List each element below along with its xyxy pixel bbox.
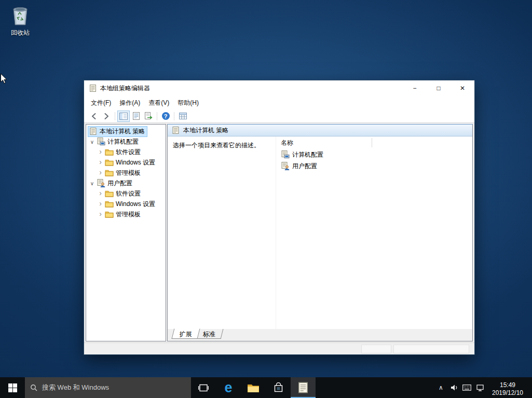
- maximize-button[interactable]: □: [427, 80, 451, 96]
- export-arrow-icon: [145, 112, 153, 120]
- results-pane-body: 选择一个项目来查看它的描述。 名称 计算机配置 用户配置: [168, 136, 472, 329]
- desktop: { "desktop": { "recycle_bin_label": "回收站…: [0, 0, 532, 398]
- collapse-chevron-icon[interactable]: [88, 138, 96, 145]
- folder-icon: [105, 148, 114, 156]
- tree-item-windows-settings[interactable]: Windows 设置: [86, 199, 166, 209]
- menu-file[interactable]: 文件(F): [87, 97, 115, 109]
- computer-config-icon: [281, 150, 290, 159]
- forward-arrow-icon: [102, 112, 111, 120]
- window-title: 本地组策略编辑器: [100, 84, 150, 93]
- taskbar-search-box[interactable]: 搜索 Web 和 Windows: [25, 377, 191, 398]
- menu-help[interactable]: 帮助(H): [173, 97, 203, 109]
- list-view-icon: [179, 113, 187, 119]
- tree-item-label: Windows 设置: [116, 200, 155, 209]
- tree-item-windows-settings[interactable]: Windows 设置: [86, 157, 166, 168]
- expand-chevron-icon[interactable]: [97, 159, 104, 166]
- gpedit-taskbar-button[interactable]: [291, 377, 316, 398]
- edge-browser-button[interactable]: [216, 377, 241, 398]
- tree-item-admin-templates[interactable]: 管理模板: [86, 209, 166, 219]
- clock-time: 15:49: [487, 381, 528, 389]
- help-icon: [162, 112, 170, 120]
- volume-icon[interactable]: [447, 377, 460, 398]
- status-bar-segment: [393, 345, 469, 353]
- results-header-title: 本地计算机 策略: [183, 126, 228, 135]
- close-button[interactable]: ✕: [451, 80, 474, 96]
- name-column-header[interactable]: 名称: [276, 136, 472, 149]
- folder-icon: [105, 200, 114, 208]
- view-options-button[interactable]: [176, 111, 189, 122]
- forward-button[interactable]: [100, 111, 113, 122]
- edge-icon: [224, 381, 232, 395]
- status-bar: [84, 342, 474, 354]
- touch-keyboard-icon[interactable]: [460, 377, 473, 398]
- task-view-button[interactable]: [191, 377, 216, 398]
- tree-item-label: 管理模板: [116, 210, 141, 219]
- status-bar-segment: [361, 345, 391, 353]
- properties-button[interactable]: [142, 111, 155, 122]
- window-controls: − □ ✕: [403, 80, 474, 96]
- tree-item-label: Windows 设置: [116, 158, 155, 167]
- tree-item-body: 用户配置: [96, 179, 134, 188]
- list-item-user-configuration[interactable]: 用户配置: [276, 160, 472, 172]
- gpedit-window: 本地组策略编辑器 − □ ✕ 文件(F) 操作(A) 查看(V) 帮助(H): [84, 80, 474, 354]
- tab-label: 标准: [203, 330, 215, 339]
- list-item-label: 用户配置: [292, 162, 317, 171]
- computer-config-icon: [97, 138, 105, 146]
- tree-item-body: 计算机配置: [96, 137, 141, 147]
- start-button[interactable]: [0, 377, 25, 398]
- tab-extended[interactable]: 扩展: [172, 328, 200, 339]
- user-config-icon: [281, 162, 290, 170]
- tree-item-body: 软件设置: [104, 147, 143, 157]
- tree-item-label: 用户配置: [107, 179, 132, 188]
- expand-chevron-icon[interactable]: [97, 200, 104, 208]
- export-list-button[interactable]: [130, 111, 142, 122]
- system-tray: 15:49 2019/12/10: [434, 377, 532, 398]
- tree-item-software-settings[interactable]: 软件设置: [86, 147, 166, 157]
- tree-item-body: Windows 设置: [104, 199, 157, 209]
- minimize-button[interactable]: −: [403, 80, 427, 96]
- folder-icon: [105, 158, 114, 167]
- taskbar: 搜索 Web 和 Windows: [0, 377, 532, 398]
- help-button[interactable]: [159, 111, 172, 122]
- tree-item-label: 管理模板: [116, 169, 141, 177]
- expand-chevron-icon[interactable]: [97, 190, 104, 197]
- file-explorer-button[interactable]: [241, 377, 266, 398]
- tree-item-body: 管理模板: [104, 168, 143, 178]
- expand-chevron-icon[interactable]: [97, 169, 104, 176]
- menu-view[interactable]: 查看(V): [144, 97, 173, 109]
- tree-item-label: 软件设置: [116, 148, 141, 157]
- document-list-icon: [133, 112, 140, 120]
- expand-chevron-icon[interactable]: [97, 148, 104, 156]
- console-tree-pane: 本地计算机 策略 计算机配置 软件设置: [86, 124, 166, 341]
- tree-item-local-computer-policy[interactable]: 本地计算机 策略: [86, 126, 166, 136]
- tree-item-software-settings[interactable]: 软件设置: [86, 188, 166, 199]
- policy-console-icon: [171, 126, 180, 134]
- clock-date: 2019/12/10: [487, 389, 528, 397]
- task-view-icon: [198, 383, 209, 392]
- recycle-bin-shortcut[interactable]: 回收站: [6, 4, 34, 37]
- results-pane: 本地计算机 策略 选择一个项目来查看它的描述。 名称 计算机配置 用户配置: [167, 124, 473, 341]
- list-item-computer-configuration[interactable]: 计算机配置: [276, 149, 472, 160]
- item-description-text: 选择一个项目来查看它的描述。: [168, 136, 276, 329]
- titlebar[interactable]: 本地组策略编辑器 − □ ✕: [84, 80, 474, 96]
- network-icon[interactable]: [473, 377, 486, 398]
- tree-item-user-configuration[interactable]: 用户配置: [86, 178, 166, 188]
- taskbar-clock[interactable]: 15:49 2019/12/10: [486, 379, 532, 397]
- show-hidden-icons-chevron[interactable]: [434, 377, 447, 398]
- folder-icon: [105, 189, 114, 198]
- mouse-cursor: [0, 73, 8, 86]
- results-pane-header: 本地计算机 策略: [168, 125, 472, 136]
- tree-item-body: 管理模板: [104, 210, 143, 219]
- gpedit-icon: [297, 381, 309, 394]
- back-button[interactable]: [88, 111, 100, 122]
- menu-action[interactable]: 操作(A): [115, 97, 144, 109]
- toolbar-separator: [174, 112, 174, 120]
- tree-item-computer-configuration[interactable]: 计算机配置: [86, 136, 166, 147]
- store-button[interactable]: [266, 377, 291, 398]
- column-resize-handle[interactable]: [372, 138, 372, 147]
- tree-item-admin-templates[interactable]: 管理模板: [86, 168, 166, 178]
- collapse-chevron-icon[interactable]: [88, 180, 96, 187]
- toolbar-separator: [157, 112, 157, 120]
- show-console-tree-button[interactable]: [117, 111, 130, 122]
- expand-chevron-icon[interactable]: [97, 211, 104, 218]
